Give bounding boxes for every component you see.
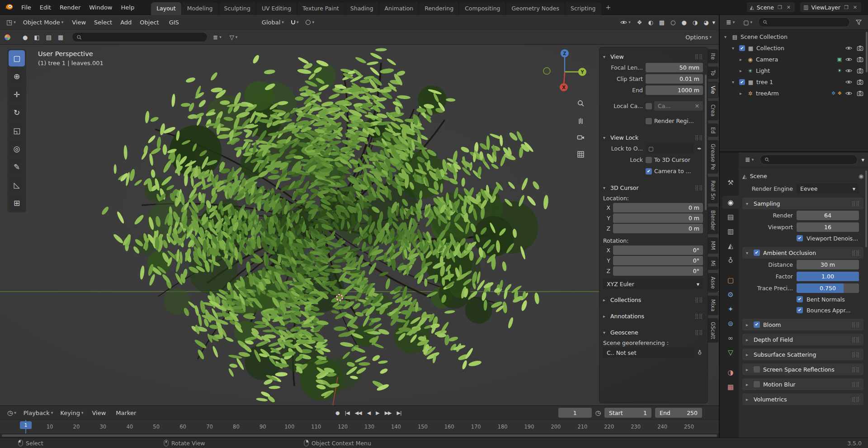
tool-rotate[interactable]: ↻: [9, 104, 25, 121]
properties-scrollbar[interactable]: [865, 170, 867, 247]
timeline-ruler[interactable]: 1 10203040506070809010011012013014015016…: [0, 420, 719, 434]
bent-normals-checkbox[interactable]: [797, 296, 803, 302]
vh-toggle-show-gizmo[interactable]: ❖: [634, 18, 645, 27]
camera-view-button[interactable]: [574, 131, 587, 143]
transport-next-keyframe[interactable]: ▶▶: [382, 409, 394, 417]
properties-tab-output[interactable]: ▤: [722, 210, 739, 223]
n-panel-tab[interactable]: Mixa: [708, 296, 718, 315]
row-label[interactable]: tree 1: [756, 79, 773, 85]
collapsed-panel-header-motion-blur[interactable]: ▸ Motion Blur ⣿⣿: [742, 378, 863, 390]
shading-dropdown-icon[interactable]: ▾: [712, 19, 715, 26]
filter-dropdown[interactable]: ▽▾: [227, 33, 241, 42]
tool-cursor[interactable]: ⊕: [9, 68, 25, 85]
keying-menu[interactable]: Keying▾: [57, 408, 86, 418]
n-panel-tab[interactable]: GScatt: [708, 318, 718, 343]
clear-icon[interactable]: ✕: [695, 103, 699, 109]
mode-selector[interactable]: Object Mode▾: [20, 18, 66, 27]
toolrow-icon-plane[interactable]: ▤: [45, 33, 53, 42]
gis-search-box[interactable]: [72, 32, 208, 42]
vh-toggle-toggle-xray[interactable]: ▩: [656, 18, 667, 27]
clip-end-field[interactable]: 1000 m: [646, 85, 703, 95]
frame-start-field[interactable]: Start1: [604, 408, 651, 418]
grip-icon[interactable]: ⣿⣿: [695, 185, 703, 191]
blender-logo-icon[interactable]: [5, 3, 14, 12]
list-dropdown[interactable]: ≣▾: [210, 33, 224, 42]
viewport-menu[interactable]: View: [68, 17, 90, 28]
topbar-menu[interactable]: Render: [56, 2, 85, 13]
panel-checkbox[interactable]: [754, 366, 760, 373]
scene-selector[interactable]: ◭ Scene ❐ ✕: [746, 2, 795, 13]
playback-menu[interactable]: Playback▾: [21, 408, 56, 418]
pan-button[interactable]: [574, 113, 587, 126]
ao-panel-header[interactable]: ▾ Ambient Occlusion ⣿⣿: [742, 247, 863, 259]
row-label[interactable]: Scene Collection: [741, 33, 788, 40]
outliner-row-tree-1[interactable]: ▾ ▦ tree 1: [720, 76, 868, 88]
hide-viewport-toggle[interactable]: [844, 67, 853, 74]
expand-arrow-icon[interactable]: ▸: [740, 57, 745, 62]
n-panel-tab[interactable]: Mi: [708, 257, 718, 270]
outliner-scrollbar[interactable]: [866, 32, 868, 72]
properties-tab-material[interactable]: ◑: [722, 366, 739, 379]
viewport-menu[interactable]: Select: [90, 17, 116, 28]
collapsed-panel-header-bloom[interactable]: ▸ Bloom ⣿⣿: [742, 319, 863, 330]
new-scene-button[interactable]: ❐: [777, 5, 783, 10]
viewport-3d[interactable]: User Perspective (1) tree 1 | leaves.001…: [0, 45, 719, 406]
expand-arrow-icon[interactable]: ▾: [724, 34, 729, 39]
cursor-panel-header[interactable]: ▾ 3D Cursor ⣿⣿: [603, 182, 703, 193]
collapsed-panel-header-screen-space-reflections[interactable]: ▸ Screen Space Reflections ⣿⣿: [742, 363, 863, 375]
tool-select-box[interactable]: ▢: [9, 50, 25, 66]
properties-editor-selector[interactable]: ≣▾: [742, 155, 756, 165]
properties-tab-object[interactable]: ▢: [722, 274, 739, 287]
render-region-checkbox[interactable]: [646, 118, 652, 124]
timeline-editor-selector[interactable]: ◷▾: [5, 408, 19, 418]
outliner-search-box[interactable]: [758, 17, 850, 27]
expand-arrow-icon[interactable]: ▸: [740, 91, 745, 96]
properties-tab-object-data[interactable]: ▽: [722, 346, 739, 359]
collection-checkbox[interactable]: [739, 45, 745, 51]
remove-viewlayer-button[interactable]: ✕: [852, 5, 858, 10]
transport-auto-key[interactable]: ●: [333, 409, 342, 417]
cursor-rotation-field[interactable]: 0°: [613, 256, 703, 265]
hide-viewport-toggle[interactable]: [844, 56, 853, 63]
timeline-scrollbar[interactable]: [0, 434, 719, 438]
playhead[interactable]: 1: [20, 421, 32, 429]
outliner-row-light[interactable]: ▸ ☀ Light ☀: [720, 65, 868, 76]
proportional-editing-toggle[interactable]: ▾: [303, 19, 317, 26]
properties-tab-constraints[interactable]: ∞: [722, 331, 739, 344]
properties-search-input[interactable]: [772, 156, 853, 163]
properties-tab-physics[interactable]: ⊚: [722, 317, 739, 330]
hide-viewport-toggle[interactable]: [844, 79, 853, 85]
local-camera-checkbox[interactable]: [646, 103, 652, 109]
collections-header[interactable]: ▸ Collections ⣿⣿: [603, 294, 703, 305]
disable-render-toggle[interactable]: [855, 67, 864, 74]
bounces-checkbox[interactable]: [797, 307, 803, 313]
ao-factor-slider[interactable]: 1.00: [797, 272, 859, 281]
viewlayer-selector[interactable]: ▥ ViewLayer ❐ ✕: [800, 2, 862, 13]
tool-scale[interactable]: ◱: [9, 123, 25, 139]
axis-neg-y-ball[interactable]: [543, 68, 550, 75]
workspace-tab[interactable]: UV Editing: [256, 2, 297, 15]
grip-icon[interactable]: ⣿⣿: [695, 297, 703, 303]
n-panel-tab[interactable]: Ite: [708, 49, 718, 63]
outliner-editor-selector[interactable]: ≣▾: [723, 17, 737, 27]
properties-tab-modifiers[interactable]: ⚙: [722, 288, 739, 301]
grip-icon[interactable]: ⣿⣿: [852, 337, 860, 343]
n-panel-tab[interactable]: MM: [708, 237, 718, 254]
ao-trace-slider[interactable]: 0.750: [797, 283, 859, 293]
transport-play-reverse[interactable]: ◀: [365, 409, 373, 417]
topbar-menu[interactable]: Edit: [36, 2, 55, 13]
pin-icon[interactable]: ◉: [859, 173, 863, 179]
transport-jump-end[interactable]: ▶|: [395, 409, 404, 417]
timeline-view-menu[interactable]: View: [88, 408, 110, 418]
disable-render-toggle[interactable]: [855, 90, 864, 97]
row-label[interactable]: treeArm: [756, 90, 779, 97]
outliner-display-mode[interactable]: ▢▾: [741, 18, 755, 27]
vh-toggle-overlays[interactable]: ◐: [645, 18, 656, 27]
workspace-tab[interactable]: Scripting: [565, 2, 601, 15]
n-panel-tab[interactable]: Crea: [708, 101, 718, 120]
grip-icon[interactable]: ⣿⣿: [852, 352, 860, 358]
sampling-render-field[interactable]: 64: [797, 211, 859, 220]
workspace-tab[interactable]: Layout: [151, 2, 181, 15]
outliner-row-collection[interactable]: ▾ ▦ Collection: [720, 42, 868, 54]
collection-checkbox[interactable]: [739, 79, 745, 85]
